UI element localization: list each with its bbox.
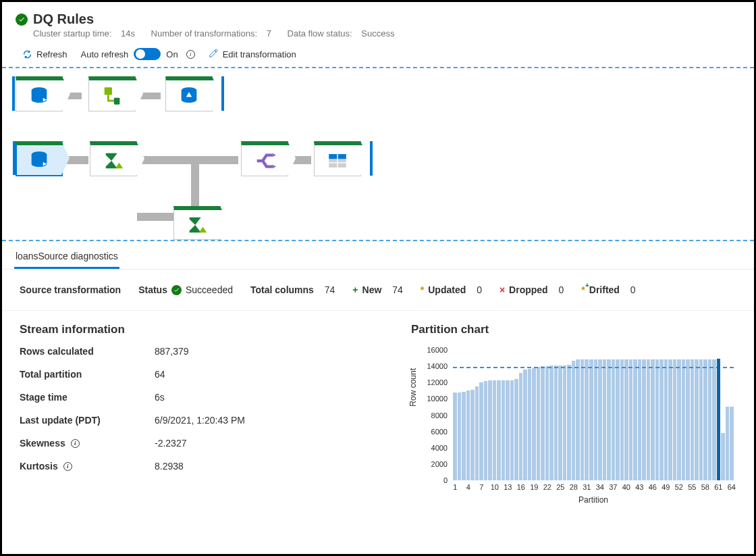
chart-bar[interactable] bbox=[458, 393, 462, 480]
chart-bar[interactable] bbox=[651, 359, 655, 480]
chart-bar[interactable] bbox=[659, 359, 664, 480]
status-strip: Source transformation Status Succeeded T… bbox=[2, 270, 754, 311]
chart-bar[interactable] bbox=[730, 407, 734, 480]
chart-bar[interactable] bbox=[554, 365, 558, 480]
chart-bar[interactable] bbox=[475, 386, 479, 480]
chart-bar[interactable] bbox=[712, 359, 716, 480]
chart-bar[interactable] bbox=[576, 359, 580, 480]
chart-bar[interactable] bbox=[488, 380, 492, 480]
chart-bar[interactable] bbox=[493, 380, 497, 480]
chart-bar[interactable] bbox=[453, 393, 457, 480]
chart-bar[interactable] bbox=[580, 359, 585, 480]
node-aggregate-1[interactable] bbox=[90, 141, 137, 176]
chart-bar[interactable] bbox=[558, 365, 562, 480]
node-aggregate-2[interactable] bbox=[173, 206, 221, 240]
toolbar: Refresh Auto refresh On i Edit transform… bbox=[2, 41, 754, 67]
node-sink-table[interactable] bbox=[314, 141, 361, 176]
chart-bar[interactable] bbox=[677, 359, 681, 480]
chart-bar[interactable] bbox=[642, 359, 646, 480]
chart-bar[interactable] bbox=[691, 359, 695, 480]
chart-bar[interactable] bbox=[664, 359, 668, 480]
chart-bar[interactable] bbox=[717, 359, 721, 480]
chart-bar[interactable] bbox=[638, 359, 642, 480]
chart-bar[interactable] bbox=[620, 359, 624, 480]
node-source-loans[interactable] bbox=[16, 141, 63, 176]
info-icon[interactable]: i bbox=[71, 439, 80, 448]
chart-bar[interactable] bbox=[598, 359, 602, 480]
chart-bar[interactable] bbox=[695, 359, 699, 480]
chart-bar[interactable] bbox=[594, 359, 598, 480]
database-source-icon bbox=[28, 149, 51, 172]
chart-x-tick: 7 bbox=[479, 483, 483, 491]
node-split[interactable] bbox=[241, 141, 288, 176]
dataflow-canvas[interactable] bbox=[2, 67, 754, 241]
node-sink-1[interactable] bbox=[165, 76, 213, 111]
chart-bar[interactable] bbox=[506, 380, 510, 480]
chart-bar[interactable] bbox=[497, 380, 501, 480]
aggregate-icon bbox=[186, 213, 209, 236]
info-icon[interactable]: i bbox=[186, 50, 195, 59]
chart-bar[interactable] bbox=[682, 359, 686, 480]
chart-x-tick: 58 bbox=[701, 483, 709, 491]
chart-bar[interactable] bbox=[629, 359, 633, 480]
chart-bar[interactable] bbox=[668, 359, 672, 480]
refresh-button[interactable]: Refresh bbox=[22, 49, 68, 59]
chart-bar[interactable] bbox=[532, 368, 536, 480]
header-subinfo: Cluster startup time: 14s Number of tran… bbox=[33, 28, 740, 39]
chart-bar[interactable] bbox=[633, 359, 637, 480]
chart-bar[interactable] bbox=[572, 361, 576, 480]
database-sink-icon bbox=[178, 84, 200, 107]
chart-y-tick: 14000 bbox=[427, 362, 448, 370]
tab-strip: loansSource diagnostics bbox=[2, 241, 754, 270]
info-icon[interactable]: i bbox=[63, 462, 72, 471]
chart-bar[interactable] bbox=[673, 359, 677, 480]
chart-y-tick: 2000 bbox=[431, 460, 448, 468]
svg-rect-1 bbox=[105, 87, 112, 95]
chart-bar[interactable] bbox=[585, 359, 589, 480]
node-transform-1[interactable] bbox=[88, 76, 136, 111]
chart-bar[interactable] bbox=[510, 380, 514, 480]
chart-bar[interactable] bbox=[686, 359, 690, 480]
chart-bar[interactable] bbox=[589, 359, 593, 480]
chart-bar[interactable] bbox=[502, 380, 506, 480]
chart-bar[interactable] bbox=[647, 359, 651, 480]
chart-bar[interactable] bbox=[721, 433, 725, 480]
edit-transformation-button[interactable]: Edit transformation bbox=[209, 48, 296, 60]
node-source-1[interactable] bbox=[16, 76, 63, 111]
chart-bar[interactable] bbox=[484, 381, 488, 480]
chart-bar[interactable] bbox=[703, 359, 707, 480]
chart-bar[interactable] bbox=[563, 365, 567, 480]
chart-bar[interactable] bbox=[514, 379, 518, 480]
drifted-columns-chip: *+Drifted 0 bbox=[581, 284, 635, 295]
chart-bar[interactable] bbox=[462, 392, 466, 480]
table-sink-icon bbox=[326, 149, 349, 172]
stream-info-heading: Stream information bbox=[20, 323, 391, 336]
auto-refresh-toggle[interactable] bbox=[134, 48, 161, 60]
chart-bar[interactable] bbox=[549, 365, 554, 480]
tab-diagnostics[interactable]: loansSource diagnostics bbox=[14, 251, 119, 269]
chart-bar[interactable] bbox=[612, 359, 616, 480]
chart-bar[interactable] bbox=[607, 359, 611, 480]
chart-bar[interactable] bbox=[726, 407, 730, 480]
chart-bar[interactable] bbox=[603, 359, 607, 480]
chart-x-tick: 25 bbox=[556, 483, 564, 491]
chart-bar[interactable] bbox=[541, 366, 545, 480]
chart-x-tick: 40 bbox=[622, 483, 630, 491]
chart-bar[interactable] bbox=[528, 369, 532, 480]
chart-x-tick: 13 bbox=[504, 483, 512, 491]
chart-bar[interactable] bbox=[470, 390, 475, 480]
chart-bar[interactable] bbox=[519, 373, 523, 480]
chart-bar[interactable] bbox=[479, 382, 483, 480]
aggregate-icon bbox=[102, 149, 125, 172]
app-window: DQ Rules Cluster startup time: 14s Numbe… bbox=[0, 0, 756, 556]
chart-bar[interactable] bbox=[624, 359, 628, 480]
chart-bar[interactable] bbox=[699, 359, 703, 480]
chart-bar[interactable] bbox=[545, 366, 549, 480]
chart-bar[interactable] bbox=[567, 365, 571, 480]
chart-bar[interactable] bbox=[708, 359, 712, 480]
chart-bar[interactable] bbox=[523, 370, 527, 480]
chart-bar[interactable] bbox=[537, 367, 541, 480]
chart-bar[interactable] bbox=[616, 359, 620, 480]
chart-bar[interactable] bbox=[466, 390, 470, 480]
chart-bar[interactable] bbox=[655, 359, 659, 480]
